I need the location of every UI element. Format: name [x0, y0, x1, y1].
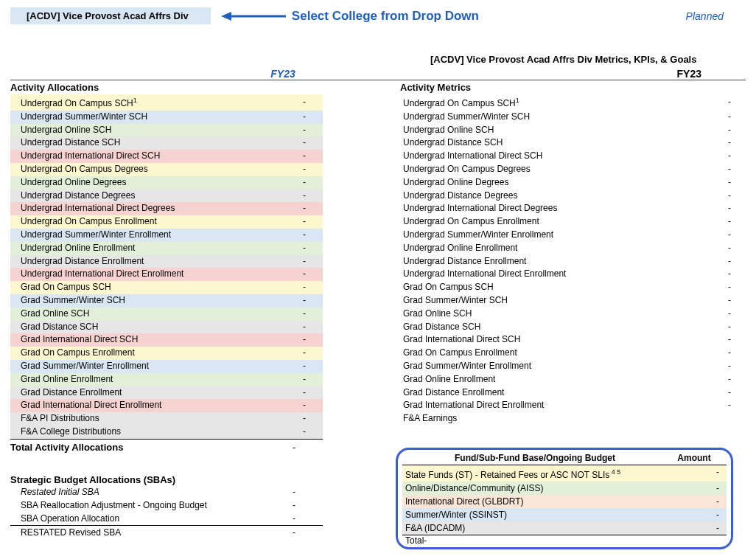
fund-header-amount: Amount	[665, 453, 724, 463]
allocation-label: Undergrad Summer/Winter Enrollment	[21, 229, 286, 242]
allocation-row: Undergrad On Campus SCH1-	[10, 94, 323, 111]
total-activity-allocations-value: -	[276, 442, 312, 453]
metric-row: Grad International Direct SCH-	[400, 333, 746, 347]
allocation-row: Grad International Direct Enrollment-	[10, 399, 323, 412]
allocation-row: Grad Online Enrollment-	[10, 373, 323, 386]
allocation-value: -	[286, 229, 323, 242]
metric-label: Grad Summer/Winter SCH	[403, 294, 672, 308]
fund-value: -	[675, 495, 724, 508]
allocation-label: Undergrad Distance Degrees	[21, 190, 286, 203]
allocation-label: Grad International Direct SCH	[21, 333, 286, 347]
metric-label: Undergrad On Campus Degrees	[403, 163, 672, 176]
metric-value: -	[672, 136, 746, 150]
allocation-label: Undergrad Distance SCH	[21, 136, 286, 150]
metric-label: Grad Online SCH	[403, 308, 672, 321]
dropdown-arrow-annotation: Select College from Drop Down	[221, 9, 479, 24]
college-dropdown[interactable]: [ACDV] Vice Provost Acad Affrs Div	[10, 7, 211, 24]
metric-label: Undergrad International Direct Enrollmen…	[403, 268, 672, 281]
allocation-row: Undergrad Summer/Winter SCH-	[10, 111, 323, 124]
allocation-value: -	[286, 190, 323, 203]
metric-value: -	[672, 176, 746, 190]
sba-label: Restated Initial SBA	[21, 485, 276, 499]
metric-value: -	[672, 386, 746, 400]
fund-label: Summer/Winter (SSINST)	[405, 508, 675, 521]
metric-value: -	[672, 321, 746, 334]
arrow-left-icon	[221, 10, 287, 23]
metric-value: -	[672, 215, 746, 229]
allocation-value: -	[286, 294, 323, 308]
allocation-value: -	[286, 202, 323, 215]
allocation-row: F&A College Distributions-	[10, 426, 323, 439]
sba-value: -	[276, 499, 312, 512]
allocation-row: Grad Summer/Winter Enrollment-	[10, 360, 323, 373]
allocation-row: Undergrad On Campus Enrollment-	[10, 215, 323, 229]
metric-row: Grad International Direct Enrollment-	[400, 399, 746, 412]
metric-row: Undergrad Summer/Winter Enrollment-	[400, 229, 746, 242]
sba-restated-revised-label: RESTATED Revised SBA	[21, 526, 276, 539]
top-bar: [ACDV] Vice Provost Acad Affrs Div Selec…	[10, 7, 746, 24]
allocation-label: Undergrad Online Degrees	[21, 176, 286, 190]
metric-row: Grad Distance Enrollment-	[400, 386, 746, 400]
metric-label: Undergrad Summer/Winter Enrollment	[403, 229, 672, 242]
allocation-label: Undergrad International Direct SCH	[21, 150, 286, 163]
allocation-label: Grad On Campus SCH	[21, 281, 286, 294]
allocation-label: Grad Distance Enrollment	[21, 386, 286, 400]
fund-value: -	[675, 465, 724, 482]
fund-label: F&A (IDCADM)	[405, 521, 675, 535]
allocation-row: Grad On Campus Enrollment-	[10, 347, 323, 360]
dropdown-hint-label: Select College from Drop Down	[292, 9, 479, 24]
fund-label: International Direct (GLBDRT)	[405, 495, 675, 508]
fy-right-label: FY23	[423, 68, 746, 80]
metric-label: Grad Distance Enrollment	[403, 386, 672, 400]
metric-label: Undergrad Distance SCH	[403, 136, 672, 150]
fund-subfund-box: Fund/Sub-Fund Base/Ongoing Budget Amount…	[396, 448, 733, 549]
allocation-value: -	[286, 255, 323, 268]
metric-label: Grad Online Enrollment	[403, 373, 672, 386]
allocation-value: -	[286, 281, 323, 294]
allocation-label: Undergrad Summer/Winter SCH	[21, 111, 286, 124]
allocation-label: Grad Distance SCH	[21, 321, 286, 334]
allocation-label: F&A College Distributions	[21, 426, 286, 439]
metric-row: Undergrad Online SCH-	[400, 124, 746, 137]
sba-restated-revised-value: -	[276, 526, 312, 539]
metric-label: Undergrad Online Enrollment	[403, 242, 672, 255]
metric-row: Undergrad On Campus Degrees-	[400, 163, 746, 176]
metric-row: Undergrad Distance Degrees-	[400, 190, 746, 203]
metric-row: Undergrad International Direct Enrollmen…	[400, 268, 746, 281]
metric-value: -	[672, 347, 746, 360]
metric-value: -	[672, 111, 746, 124]
total-activity-allocations-row: Total Activity Allocations -	[10, 439, 323, 455]
metric-value: -	[672, 360, 746, 373]
allocation-row: Grad Online SCH-	[10, 308, 323, 321]
metric-value: -	[672, 333, 746, 347]
metric-value: -	[672, 268, 746, 281]
metric-label: Undergrad Online Degrees	[403, 176, 672, 190]
metric-row: Grad Online Enrollment-	[400, 373, 746, 386]
fund-row: International Direct (GLBDRT)-	[402, 495, 727, 508]
metric-value: -	[672, 294, 746, 308]
metric-value: -	[672, 190, 746, 203]
sba-header: Strategic Budget Allocations (SBAs)	[10, 474, 323, 485]
allocation-row: Undergrad International Direct Enrollmen…	[10, 268, 323, 281]
allocation-value: -	[286, 268, 323, 281]
metric-label: F&A Earnings	[403, 412, 672, 426]
allocation-label: Grad Summer/Winter SCH	[21, 294, 286, 308]
fund-row: Summer/Winter (SSINST)-	[402, 508, 727, 521]
allocation-row: Grad Summer/Winter SCH-	[10, 294, 323, 308]
fund-value: -	[675, 482, 724, 495]
metric-row: Grad Summer/Winter Enrollment-	[400, 360, 746, 373]
metric-value: -	[672, 242, 746, 255]
fund-label: State Funds (ST) - Retained Fees or ASC …	[405, 465, 675, 482]
metric-row: Undergrad International Direct Degrees-	[400, 202, 746, 215]
allocation-value: -	[286, 163, 323, 176]
metric-row: Undergrad International Direct SCH-	[400, 150, 746, 163]
metric-row: Grad On Campus Enrollment-	[400, 347, 746, 360]
allocation-row: Undergrad Distance Enrollment-	[10, 255, 323, 268]
fund-row: State Funds (ST) - Retained Fees or ASC …	[402, 465, 727, 482]
allocation-row: Undergrad International Direct SCH-	[10, 150, 323, 163]
metric-value: -	[672, 255, 746, 268]
allocation-row: Undergrad Distance Degrees-	[10, 190, 323, 203]
allocation-row: Undergrad Online Enrollment-	[10, 242, 323, 255]
allocation-label: Grad Online Enrollment	[21, 373, 286, 386]
metric-label: Undergrad On Campus SCH1	[403, 94, 672, 111]
